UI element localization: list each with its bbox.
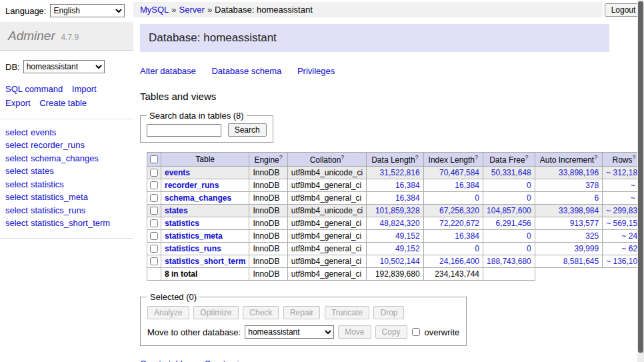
import-link[interactable]: Import [72,83,97,97]
data-free-link[interactable]: 104,857,600 [487,206,531,215]
table-link-events[interactable]: events [165,168,190,177]
breadcrumb-server[interactable]: Server [179,5,205,15]
select-all-checkbox[interactable] [150,155,158,163]
alter-database-link[interactable]: Alter database [140,66,196,76]
data-length-link[interactable]: 16,384 [395,181,420,190]
help-icon[interactable]: ? [341,154,344,161]
main-area: MySQL»Server»Database: homeassistant Log… [133,0,644,362]
data-free-link[interactable]: 0 [527,244,531,253]
sql-command-link[interactable]: SQL command [5,83,63,97]
db-select[interactable]: homeassistant [23,60,105,73]
adminer-brand-band: Adminer 4.7.9 [0,22,133,51]
rows-count-link[interactable]: ~ 136,108 [606,257,642,266]
help-icon[interactable]: ? [415,154,419,161]
search-button[interactable]: Search [228,123,267,137]
table-link-statistics-runs[interactable]: statistics_runs [165,244,221,253]
language-select[interactable]: English [50,4,125,17]
checkbox-schema-changes[interactable] [150,194,158,202]
privileges-link[interactable]: Privileges [297,66,335,76]
table-link-schema-changes[interactable]: schema_changes [165,193,231,203]
help-icon[interactable]: ? [279,154,283,161]
index-length-link[interactable]: 70,467,584 [439,168,479,177]
checkbox-statistics[interactable] [150,219,158,227]
index-length-link[interactable]: 0 [475,244,479,253]
auto-increment-link[interactable]: 33,398,984 [559,206,599,215]
logout-button[interactable]: Logout [605,3,643,17]
sidebar-select-statistics[interactable]: selectstatistics [5,179,64,189]
index-length-link[interactable]: 67,256,320 [439,206,479,215]
engine-cell: InnoDB [249,167,287,179]
vertical-scrollbar[interactable] [637,0,644,362]
checkbox-events[interactable] [150,169,158,177]
overwrite-label: overwrite [425,327,460,337]
help-icon[interactable]: ? [475,154,478,161]
auto-increment-link[interactable]: 39,999 [574,244,599,253]
language-label: Language: [5,6,46,16]
sidebar-select-events[interactable]: selectevents [5,127,56,137]
index-length-link[interactable]: 16,384 [455,181,479,190]
index-length-link[interactable]: 24,166,400 [439,257,479,266]
data-free-link[interactable]: 0 [527,193,531,203]
export-link[interactable]: Export [5,97,31,111]
sidebar-actions: SQL command Import Export Create table [0,83,133,119]
list-item: selectstatistics_short_term [5,217,128,230]
auto-increment-link[interactable]: 33,898,196 [559,168,599,177]
table-link-statistics-meta[interactable]: statistics_meta [165,231,223,241]
create-table-link-sidebar[interactable]: Create table [39,97,87,111]
auto-increment-link[interactable]: 378 [585,181,599,190]
overwrite-checkbox[interactable] [412,328,420,336]
checkbox-recorder-runs[interactable] [150,181,158,189]
scrollbar-thumb[interactable] [638,1,643,353]
sidebar-select-states[interactable]: selectstates [5,166,54,176]
create-view-link[interactable]: Create view [204,359,250,362]
data-length-link[interactable]: 31,522,816 [380,168,420,177]
table-link-statistics[interactable]: statistics [165,219,199,228]
help-icon[interactable]: ? [633,154,636,161]
data-free-link[interactable]: 6,291,456 [495,219,531,228]
checkbox-statistics-short-term[interactable] [150,257,158,265]
data-free-link[interactable]: 0 [527,181,531,190]
rows-count-link[interactable]: ~ 569,159 [606,219,642,228]
rows-count-link[interactable]: ~ 299,833 [606,206,642,215]
index-length-link[interactable]: 0 [475,193,479,203]
data-free-link[interactable]: 188,743,680 [487,257,531,266]
auto-increment-link[interactable]: 325 [585,231,599,241]
table-header-row: Table Engine? Collation? Data Length? In… [147,153,644,167]
search-input[interactable] [147,124,221,137]
auto-increment-link[interactable]: 913,577 [570,219,599,228]
data-free-link[interactable]: 50,331,648 [491,168,531,177]
data-length-link[interactable]: 101,859,328 [375,206,420,215]
checkbox-states[interactable] [150,207,158,215]
auto-increment-link[interactable]: 6 [594,193,599,203]
sidebar-select-statistics-runs[interactable]: selectstatistics_runs [5,205,85,215]
data-length-link[interactable]: 10,502,144 [380,257,420,266]
auto-increment-link[interactable]: 8,581,645 [563,257,599,266]
database-schema-link[interactable]: Database schema [211,66,281,76]
sidebar-select-recorder-runs[interactable]: selectrecorder_runs [5,140,85,150]
rows-count-link[interactable]: ~ 312,180 [606,168,642,177]
sidebar-select-statistics-short-term[interactable]: selectstatistics_short_term [5,218,110,228]
sidebar-select-statistics-meta[interactable]: selectstatistics_meta [5,192,88,202]
data-length-link[interactable]: 48,824,320 [380,219,420,228]
checkbox-statistics-runs[interactable] [150,245,158,253]
table-link-statistics-short-term[interactable]: statistics_short_term [165,257,245,266]
sidebar: Language: English Adminer 4.7.9 DB: home… [0,0,133,362]
data-length-link[interactable]: 49,152 [395,231,420,241]
help-icon[interactable]: ? [525,154,529,161]
table-row: events InnoDB utf8mb4_unicode_ci 31,522,… [147,167,644,179]
move-db-select[interactable]: homeassistant [245,325,334,339]
data-length-link[interactable]: 16,384 [395,193,420,203]
help-icon[interactable]: ? [594,154,597,161]
index-length-link[interactable]: 72,220,672 [439,219,479,228]
data-length-link[interactable]: 49,152 [395,244,420,253]
breadcrumb-mysql[interactable]: MySQL [140,5,169,15]
table-link-recorder-runs[interactable]: recorder_runs [165,181,219,190]
table-link-states[interactable]: states [165,206,188,215]
index-length-link[interactable]: 16,384 [455,231,479,241]
checkbox-statistics-meta[interactable] [150,232,158,240]
data-free-link[interactable]: 0 [527,231,531,241]
create-table-link[interactable]: Create table [140,359,187,362]
engine-cell: InnoDB [249,243,287,255]
sidebar-select-schema-changes[interactable]: selectschema_changes [5,153,99,163]
header-auto-increment: Auto Increment? [535,153,602,167]
